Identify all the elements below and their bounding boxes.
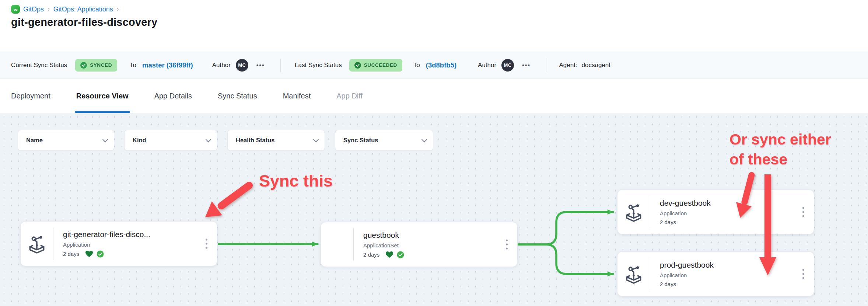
- synced-badge-label: SYNCED: [90, 62, 112, 68]
- filter-kind-dropdown[interactable]: Kind: [124, 130, 217, 151]
- succeeded-status-badge: SUCCEEDED: [349, 59, 402, 72]
- to-label: To: [413, 62, 420, 69]
- node-kind: Application: [63, 241, 217, 248]
- synced-check-icon: [97, 250, 104, 258]
- chevron-down-icon: [206, 137, 211, 143]
- node-age: 2 days: [660, 281, 676, 287]
- node-title: dev-guestbook: [660, 199, 814, 208]
- breadcrumb-link-applications[interactable]: GitOps: Applications: [53, 6, 113, 13]
- more-actions-button[interactable]: •••: [256, 62, 265, 68]
- tab-deployment[interactable]: Deployment: [11, 79, 50, 113]
- node-title: prod-guestbook: [660, 261, 814, 270]
- chevron-down-icon: [102, 137, 108, 143]
- graph-filters: Name Kind Health Status Sync Status: [18, 130, 433, 151]
- filter-name-dropdown[interactable]: Name: [18, 130, 114, 151]
- chevron-right-icon: ›: [116, 6, 119, 13]
- author-label: Author: [478, 62, 496, 69]
- node-age: 2 days: [363, 251, 379, 258]
- sync-status-bar: Current Sync Status SYNCED To master (36…: [0, 52, 868, 79]
- graph-node-git-generator[interactable]: git-generator-files-disco... Application…: [20, 221, 217, 266]
- divider: [546, 59, 546, 72]
- page-title: git-generator-files-discovery: [11, 16, 157, 28]
- tab-app-diff[interactable]: App Diff: [336, 79, 363, 113]
- gitops-infinity-icon: ∞: [11, 5, 20, 14]
- filter-sync-status-dropdown[interactable]: Sync Status: [335, 130, 433, 151]
- node-menu-button[interactable]: [800, 267, 806, 281]
- node-kind: Application: [660, 272, 814, 278]
- healthy-heart-icon: [85, 250, 93, 257]
- node-menu-button[interactable]: [800, 205, 806, 219]
- current-revision-link[interactable]: master (36f99ff): [142, 61, 193, 69]
- check-circle-icon: [80, 62, 87, 69]
- annotation-or-sync: Or sync either of these: [729, 129, 831, 169]
- divider: [280, 59, 281, 72]
- more-actions-button[interactable]: •••: [522, 62, 531, 68]
- tab-resource-view[interactable]: Resource View: [76, 79, 129, 113]
- agent-info: Agent: docsagent: [559, 62, 610, 69]
- healthy-heart-icon: [385, 251, 393, 258]
- filter-health-status-dropdown[interactable]: Health Status: [227, 130, 325, 151]
- chevron-down-icon: [421, 137, 427, 143]
- node-menu-button[interactable]: [203, 237, 210, 251]
- tab-app-details[interactable]: App Details: [154, 79, 192, 113]
- synced-check-icon: [397, 251, 404, 258]
- filter-label: Kind: [133, 137, 146, 144]
- to-label: To: [130, 62, 136, 69]
- last-revision-link[interactable]: (3d8bfb5): [426, 61, 456, 69]
- node-age: 2 days: [63, 251, 79, 257]
- author-label: Author: [212, 62, 231, 69]
- current-sync-status-label: Current Sync Status: [11, 62, 67, 69]
- agent-value: docsagent: [582, 62, 610, 69]
- application-icon: [624, 202, 643, 222]
- node-kind: Application: [660, 210, 814, 216]
- tab-bar: Deployment Resource View App Details Syn…: [0, 79, 868, 113]
- author-avatar: MC: [236, 59, 248, 72]
- breadcrumb-link-gitops[interactable]: GitOps: [23, 6, 44, 13]
- agent-label: Agent:: [559, 62, 577, 69]
- application-icon: [624, 264, 643, 284]
- breadcrumb: ∞ GitOps › GitOps: Applications ›: [11, 5, 119, 14]
- annotation-line: of these: [729, 149, 831, 169]
- succeeded-badge-label: SUCCEEDED: [364, 62, 397, 68]
- tab-sync-status[interactable]: Sync Status: [218, 79, 257, 113]
- graph-node-guestbook[interactable]: guestbook ApplicationSet 2 days: [321, 222, 518, 267]
- author-avatar: MC: [501, 59, 514, 72]
- filter-label: Sync Status: [343, 137, 378, 144]
- resource-graph-canvas: Name Kind Health Status Sync Status: [0, 113, 868, 306]
- filter-label: Name: [26, 137, 43, 144]
- graph-node-dev-guestbook[interactable]: dev-guestbook Application 2 days: [617, 189, 814, 234]
- last-sync-status-label: Last Sync Status: [295, 62, 342, 69]
- chevron-down-icon: [313, 137, 319, 143]
- annotation-line: Or sync either: [729, 129, 831, 149]
- filter-label: Health Status: [236, 137, 274, 144]
- check-circle-icon: [354, 62, 361, 69]
- annotation-sync-this: Sync this: [259, 171, 333, 191]
- node-menu-button[interactable]: [504, 237, 510, 252]
- node-age: 2 days: [660, 219, 676, 225]
- page-header: ∞ GitOps › GitOps: Applications › git-ge…: [0, 0, 868, 52]
- graph-node-prod-guestbook[interactable]: prod-guestbook Application 2 days: [617, 251, 814, 296]
- synced-status-badge: SYNCED: [75, 59, 117, 72]
- application-icon: [28, 234, 46, 254]
- tab-manifest[interactable]: Manifest: [283, 79, 311, 113]
- node-kind: ApplicationSet: [363, 242, 517, 248]
- chevron-right-icon: ›: [47, 6, 50, 13]
- node-title: git-generator-files-disco...: [63, 230, 217, 239]
- node-title: guestbook: [363, 231, 517, 240]
